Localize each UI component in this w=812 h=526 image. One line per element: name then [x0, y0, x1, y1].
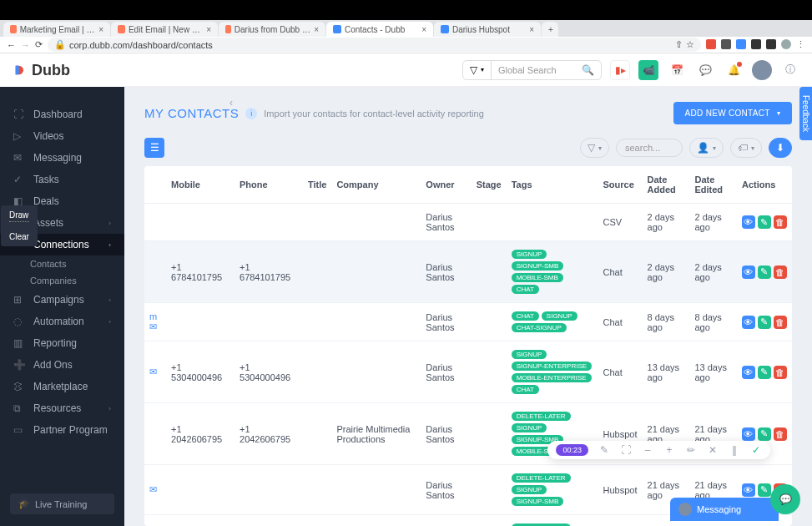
delete-button[interactable]: 🗑	[774, 215, 787, 229]
reload-icon[interactable]: ⟳	[35, 39, 43, 50]
pause-icon[interactable]: ‖	[729, 444, 740, 456]
browser-tab[interactable]: Contacts - Dubb×	[326, 22, 433, 37]
view-button[interactable]: 👁	[742, 266, 755, 279]
tag-filter-button[interactable]: 🏷 ▾	[730, 138, 762, 158]
sidebar-item-partner-program[interactable]: ▭Partner Program	[0, 419, 124, 441]
calendar-button[interactable]: 📅	[667, 60, 687, 80]
check-icon[interactable]: ✓	[750, 444, 762, 456]
sidebar-item-dashboard[interactable]: ⛶Dashboard	[0, 104, 124, 125]
ext-icon-1[interactable]	[706, 39, 716, 49]
edit-button[interactable]: ✎	[758, 427, 771, 441]
profile-avatar-icon[interactable]	[781, 39, 791, 49]
tag-pill[interactable]: SIGNUP-ENTERPRISE	[512, 362, 592, 371]
browser-tab[interactable]: Marketing Email | HubSpot×	[3, 22, 110, 37]
global-search[interactable]: ▽ ▾ Global Search 🔍	[462, 60, 602, 80]
delete-button[interactable]: 🗑	[774, 366, 787, 379]
view-button[interactable]: 👁	[742, 483, 755, 497]
draw-option[interactable]: Draw	[9, 210, 29, 222]
clear-option[interactable]: Clear	[9, 232, 29, 241]
table-row[interactable]: +1 6784101795 +1 6784101795 Darius Santo…	[144, 241, 792, 303]
column-header[interactable]: Phone	[235, 166, 303, 204]
new-tab-button[interactable]: +	[542, 22, 558, 37]
ext-icon-3[interactable]	[736, 39, 746, 49]
browser-tab[interactable]: Darius from Dubb example - D×	[219, 22, 325, 37]
tag-pill[interactable]: CHAT	[512, 285, 539, 294]
close-icon[interactable]: ×	[529, 25, 534, 34]
share-icon[interactable]: ⇧	[675, 39, 683, 50]
quick-video-button[interactable]: 📹	[638, 60, 658, 80]
tag-pill[interactable]: SIGNUP-SMB	[512, 497, 564, 506]
sidebar-item-campaigns[interactable]: ⊞Campaigns›	[0, 289, 124, 311]
column-header[interactable]: Company	[331, 166, 421, 204]
help-button[interactable]: ⓘ	[780, 60, 800, 80]
add-new-contact-button[interactable]: ADD NEW CONTACT ▾	[673, 102, 792, 124]
bookmark-icon[interactable]: ☆	[686, 39, 694, 50]
view-button[interactable]: 👁	[742, 427, 755, 441]
column-header[interactable]: Mobile	[166, 166, 235, 204]
tag-pill[interactable]: MOBILE-SMB	[512, 273, 563, 282]
sidebar-item-resources[interactable]: ⧉Resources›	[0, 397, 124, 419]
browser-tab[interactable]: Edit Email | New email×	[111, 22, 218, 37]
url-input[interactable]: 🔒 corp.dubb.com/dashboard/contacts ⇧ ☆	[48, 38, 701, 52]
column-header[interactable]	[144, 166, 166, 204]
kebab-icon[interactable]: ⋮	[796, 39, 805, 50]
expand-icon[interactable]: ⛶	[620, 444, 632, 456]
view-button[interactable]: 👁	[742, 215, 755, 229]
live-training-button[interactable]: 🎓 Live Training	[10, 493, 114, 514]
view-button[interactable]: 👁	[742, 366, 755, 379]
close-icon[interactable]: ✕	[707, 444, 719, 456]
column-header[interactable]: Tags	[507, 166, 598, 204]
chat-button[interactable]: 💬	[695, 60, 715, 80]
sidebar-item-marketplace[interactable]: ⛻Marketplace	[0, 376, 124, 397]
column-header[interactable]: Actions	[737, 166, 792, 204]
recording-toolbar[interactable]: 00:23 ✎ ⛶ – + ✏ ✕ ‖ ✓	[547, 441, 770, 459]
close-icon[interactable]: ×	[98, 25, 103, 34]
table-row[interactable]: ✉ +1 5304000496 +1 5304000496 Darius San…	[144, 341, 792, 403]
feedback-tab[interactable]: Feedback	[799, 87, 812, 140]
close-icon[interactable]: ×	[206, 25, 211, 34]
forward-icon[interactable]: →	[21, 40, 30, 50]
tag-pill[interactable]: SIGNUP	[512, 350, 547, 359]
update-icon[interactable]	[766, 39, 776, 49]
draw-panel[interactable]: Draw Clear	[1, 205, 38, 246]
sidebar-item-videos[interactable]: ▷Videos	[0, 125, 124, 147]
logo[interactable]: Dubb	[0, 53, 124, 87]
delete-button[interactable]: 🗑	[774, 266, 787, 279]
intercom-launcher[interactable]: 💬	[770, 484, 800, 514]
search-filter-dropdown[interactable]: ▽ ▾	[463, 61, 492, 79]
delete-button[interactable]: 🗑	[774, 427, 787, 441]
edit-button[interactable]: ✎	[758, 483, 771, 497]
messaging-widget[interactable]: Messaging	[670, 498, 779, 521]
tag-pill[interactable]: CHAT-SIGNUP	[512, 323, 567, 332]
sidebar-item-automation[interactable]: ◌Automation›	[0, 311, 124, 332]
sidebar-item-reporting[interactable]: ▥Reporting	[0, 332, 124, 354]
column-header[interactable]: Owner	[421, 166, 471, 204]
close-icon[interactable]: ×	[421, 25, 426, 34]
column-header[interactable]: Stage	[472, 166, 507, 204]
columns-button[interactable]: ☰	[144, 138, 164, 158]
ext-icon-2[interactable]	[721, 39, 731, 49]
column-header[interactable]: Title	[303, 166, 331, 204]
collapse-sidebar-icon[interactable]: ‹	[229, 97, 233, 109]
tag-pill[interactable]: SIGNUP	[512, 423, 547, 432]
tag-pill[interactable]: CHAT	[512, 311, 539, 321]
user-avatar[interactable]	[752, 60, 772, 80]
tag-pill[interactable]: SIGNUP	[512, 485, 547, 494]
puzzle-icon[interactable]	[751, 39, 761, 49]
tag-pill[interactable]: SIGNUP-SMB	[512, 261, 564, 271]
view-button[interactable]: 👁	[742, 316, 755, 329]
sidebar-sub-companies[interactable]: Companies	[0, 272, 124, 289]
notifications-button[interactable]: 🔔	[724, 60, 744, 80]
column-header[interactable]: Date Edited	[689, 166, 736, 204]
sidebar-item-add-ons[interactable]: ➕Add Ons	[0, 354, 124, 376]
table-row[interactable]: Darius Santos CSV 2 days ago 2 days ago …	[144, 204, 792, 241]
tag-pill[interactable]: SIGNUP	[542, 311, 577, 321]
tag-pill[interactable]: CHAT	[512, 385, 539, 394]
table-search-input[interactable]: search...	[616, 139, 683, 157]
plus-icon[interactable]: +	[663, 444, 675, 456]
minus-icon[interactable]: –	[642, 444, 653, 456]
draw-tool-icon[interactable]: ✎	[598, 444, 610, 456]
edit-button[interactable]: ✎	[758, 266, 771, 279]
browser-tab[interactable]: Darius Hubspot×	[434, 22, 541, 37]
column-header[interactable]: Source	[598, 166, 643, 204]
